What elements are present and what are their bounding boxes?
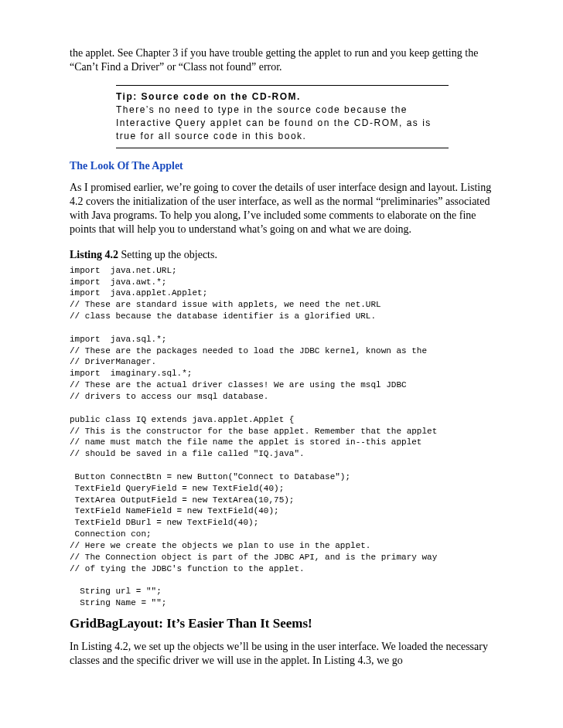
listing-label-bold: Listing 4.2 (70, 249, 118, 260)
section-heading-look: The Look Of The Applet (70, 159, 493, 173)
tip-body: There’s no need to type in the source co… (116, 104, 449, 142)
section2-paragraph: In Listing 4.2, we set up the objects we… (70, 640, 493, 668)
section1-paragraph: As I promised earlier, we’re going to co… (70, 181, 493, 237)
tip-title: Tip: Source code on the CD-ROM. (116, 90, 449, 104)
intro-paragraph: the applet. See Chapter 3 if you have tr… (70, 46, 493, 74)
listing-label-rest: Setting up the objects. (118, 249, 217, 260)
section-heading-gridbag: GridBagLayout: It’s Easier Than It Seems… (70, 615, 493, 632)
listing-label: Listing 4.2 Setting up the objects. (70, 248, 493, 262)
code-listing: import java.net.URL; import java.awt.*; … (70, 265, 493, 609)
tip-box: Tip: Source code on the CD-ROM. There’s … (116, 85, 449, 148)
